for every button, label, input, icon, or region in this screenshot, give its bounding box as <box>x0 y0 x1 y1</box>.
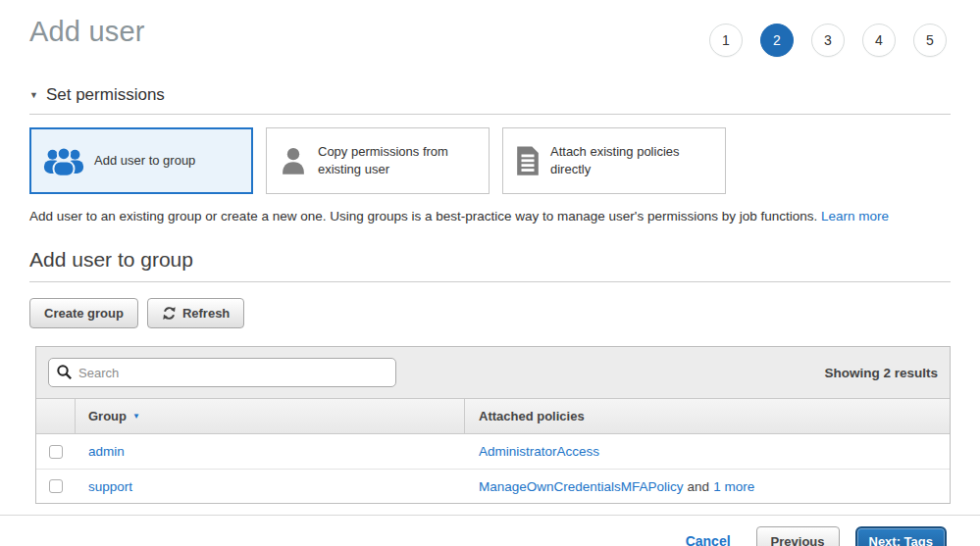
user-icon <box>279 145 308 176</box>
step-4[interactable]: 4 <box>862 24 896 57</box>
table-row-support: support ManageOwnCredentialsMFAPolicy an… <box>36 469 950 503</box>
document-icon <box>515 145 541 176</box>
card-label: Copy permissions from existing user <box>318 143 477 177</box>
refresh-button[interactable]: Refresh <box>147 298 244 328</box>
header-checkbox-cell <box>36 399 76 433</box>
policy-link[interactable]: ManageOwnCredentialsMFAPolicy <box>479 479 684 494</box>
search-icon <box>56 364 73 384</box>
group-link[interactable]: support <box>88 479 132 494</box>
step-5[interactable]: 5 <box>913 24 947 57</box>
row-checkbox[interactable] <box>49 445 63 459</box>
cancel-button[interactable]: Cancel <box>686 533 731 546</box>
and-text: and <box>688 479 710 494</box>
page-title: Add user <box>29 16 145 48</box>
column-header-attached-policies: Attached policies <box>464 399 950 433</box>
card-label: Attach existing policies directly <box>550 143 713 177</box>
column-header-group[interactable]: Group▼ <box>76 409 465 423</box>
previous-button[interactable]: Previous <box>756 526 840 546</box>
group-column-label: Group <box>88 409 127 423</box>
learn-more-link[interactable]: Learn more <box>821 209 889 223</box>
permission-option-cards: Add user to group Copy permissions from … <box>29 127 951 194</box>
card-add-user-to-group[interactable]: Add user to group <box>29 127 253 194</box>
card-copy-permissions[interactable]: Copy permissions from existing user <box>266 127 490 194</box>
groups-table: Showing 2 results Group▼ Attached polici… <box>35 346 951 504</box>
next-tags-button[interactable]: Next: Tags <box>855 526 948 546</box>
table-toolbar: Showing 2 results <box>36 347 950 398</box>
collapse-icon: ▼ <box>29 90 38 100</box>
refresh-icon <box>162 306 177 321</box>
search-input[interactable] <box>48 358 396 387</box>
step-1[interactable]: 1 <box>709 24 743 57</box>
sort-desc-icon: ▼ <box>132 412 140 421</box>
step-3[interactable]: 3 <box>811 24 845 57</box>
search-box <box>48 358 396 387</box>
more-policies-link[interactable]: 1 more <box>713 479 754 494</box>
table-header-row: Group▼ Attached policies <box>36 398 950 434</box>
next-label: Next: Tags <box>869 534 934 546</box>
permissions-description: Add user to an existing group or create … <box>29 209 951 223</box>
create-group-button[interactable]: Create group <box>29 298 138 328</box>
table-actions: Create group Refresh <box>29 298 951 328</box>
description-text: Add user to an existing group or create … <box>29 209 817 223</box>
refresh-label: Refresh <box>182 306 230 321</box>
card-label: Add user to group <box>94 152 195 170</box>
step-2-active[interactable]: 2 <box>760 24 794 57</box>
create-group-label: Create group <box>44 306 124 321</box>
group-icon <box>43 146 84 175</box>
add-user-to-group-title: Add user to group <box>29 248 951 282</box>
card-attach-policies[interactable]: Attach existing policies directly <box>502 127 726 194</box>
wizard-steps: 1 2 3 4 5 <box>692 24 947 57</box>
policies-column-label: Attached policies <box>479 409 585 423</box>
table-row-admin: admin AdministratorAccess <box>36 434 950 469</box>
group-link[interactable]: admin <box>88 444 125 459</box>
set-permissions-header[interactable]: ▼ Set permissions <box>29 85 951 115</box>
row-checkbox[interactable] <box>49 479 63 493</box>
results-count: Showing 2 results <box>824 366 938 380</box>
wizard-footer: Cancel Previous Next: Tags <box>0 516 980 546</box>
policy-link[interactable]: AdministratorAccess <box>479 444 599 459</box>
page-header: Add user 1 2 3 4 5 <box>29 16 951 57</box>
previous-label: Previous <box>771 534 825 546</box>
set-permissions-title: Set permissions <box>46 85 165 105</box>
main-content: Add user 1 2 3 4 5 ▼ Set permissions <box>0 0 980 504</box>
